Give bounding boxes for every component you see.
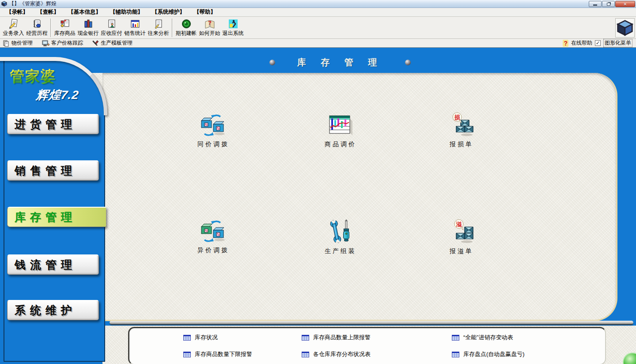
svg-text:损: 损 <box>454 114 461 121</box>
sidebar-item-cashflow[interactable]: 钱流管理 <box>7 254 99 275</box>
toolbar-sales-stats[interactable]: 销售统计 <box>123 18 147 38</box>
sales-stats-icon <box>130 19 140 29</box>
sidebar-item-maintenance[interactable]: 系统维护 <box>7 300 99 320</box>
menu-check[interactable]: 【查帐】 <box>33 8 64 17</box>
sphere-bullet-icon <box>405 60 411 65</box>
report-link-lower-limit-alert[interactable]: 库存商品数量下限报警 <box>183 350 252 358</box>
minimize-icon <box>593 4 597 6</box>
business-entry-icon <box>8 19 19 29</box>
menu-item-same-price-transfer[interactable]: 同价调拨 <box>185 113 242 148</box>
menu-bar: 【录帐】 【查帐】 【基本信息】 【辅助功能】 【系统维护】 【帮助】 <box>0 8 636 17</box>
sidebar-item-inventory[interactable]: 库存管理 <box>7 207 106 227</box>
sidebar-item-sales[interactable]: 销售管理 <box>7 160 99 181</box>
toolbar-business-history[interactable]: 经营历程 <box>25 18 49 38</box>
business-history-icon <box>32 19 42 29</box>
report-link-stock-status[interactable]: 库存状况 <box>183 334 218 341</box>
brand-version-text: 辉煌7.2 <box>35 87 80 103</box>
toolbar-separator <box>172 19 173 37</box>
reports-panel: 库存状况 库存商品数量上限报警 “全能”进销存变动表 库存商品数量下限报警 各仓… <box>128 327 606 364</box>
receivable-payable-icon <box>106 19 117 29</box>
toolbar2-production-template[interactable]: 生产模板管理 <box>92 39 132 47</box>
menu-basic-info[interactable]: 【基本信息】 <box>64 8 106 17</box>
toolbar-transactions-analysis[interactable]: 往来分析 <box>147 18 170 38</box>
main-panel <box>102 73 617 321</box>
toolbar-separator <box>50 19 51 37</box>
toolbar-how-to-start[interactable]: ? 如何开始 <box>198 18 221 38</box>
menu-aux-functions[interactable]: 【辅助功能】 <box>106 8 148 17</box>
help-question-icon: ? <box>563 40 568 47</box>
svg-text:溢: 溢 <box>456 221 462 228</box>
diff-price-transfer-icon <box>199 219 227 244</box>
close-button[interactable]: ✕ <box>615 1 635 7</box>
graphical-menu-label[interactable]: 图形化菜单 <box>603 39 632 47</box>
section-title: 库 存 管 理 <box>297 57 383 68</box>
same-price-transfer-icon <box>199 113 227 138</box>
main-toolbar: 业务录入 经营历程 库存商品 现金银行 应收应付 销售统计 往来分析 <box>0 17 636 39</box>
toolbar2-customer-price-tracking[interactable]: 客户价格跟踪 <box>42 39 83 47</box>
report-link-upper-limit-alert[interactable]: 库存商品数量上限报警 <box>302 334 371 341</box>
toolbar-cash-bank[interactable]: 现金银行 <box>76 18 100 38</box>
workspace: 库 存 管 理 管家婆 辉煌7.2 进货管理 销售管理 库存管理 钱流管理 系统… <box>0 48 636 364</box>
toolbar-business-entry[interactable]: 业务录入 <box>2 18 25 38</box>
menu-help[interactable]: 【帮助】 <box>189 8 220 17</box>
exit-system-icon <box>228 19 238 29</box>
table-icon <box>302 352 309 357</box>
toolbar2-price-management[interactable]: 物价管理 <box>3 39 33 47</box>
initial-setup-icon <box>181 19 192 29</box>
transactions-analysis-icon <box>153 19 164 29</box>
secondary-toolbar: 物价管理 客户价格跟踪 生产模板管理 ? 在线帮助 ✓ 图形化菜单 <box>0 39 636 48</box>
sidebar-item-purchase[interactable]: 进货管理 <box>7 114 99 134</box>
table-icon <box>183 352 191 357</box>
stock-goods-icon <box>60 19 70 29</box>
table-icon <box>452 335 459 341</box>
svg-text:?: ? <box>208 19 212 26</box>
damage-report-icon: 损 <box>448 111 475 138</box>
overflow-report-icon: 溢 <box>448 218 475 245</box>
section-header: 库 存 管 理 <box>247 57 433 68</box>
app-icon <box>1 1 7 7</box>
table-icon <box>183 335 191 341</box>
toolbar-stock-goods[interactable]: 库存商品 <box>53 18 76 38</box>
goods-price-adjust-icon <box>328 113 353 138</box>
report-link-stocktaking[interactable]: 库存盘点(自动盘赢盘亏) <box>452 350 525 358</box>
sphere-bullet-icon <box>269 60 275 65</box>
graphical-menu-checkbox[interactable]: ✓ <box>595 40 601 46</box>
toolbar-initial-setup[interactable]: 期初建帐 <box>174 18 198 38</box>
divider-ridge <box>110 321 633 325</box>
minimize-button[interactable] <box>589 1 602 7</box>
table-icon <box>302 335 309 341</box>
menu-record[interactable]: 【录帐】 <box>2 8 33 17</box>
cash-bank-icon <box>83 19 94 29</box>
price-management-icon <box>3 40 10 47</box>
menu-system-maintenance[interactable]: 【系统维护】 <box>148 8 189 17</box>
customer-price-tracking-icon <box>42 40 49 47</box>
menu-item-damage-report[interactable]: 损 报损单 <box>433 111 490 148</box>
restore-icon <box>607 3 610 6</box>
menu-item-production-assembly[interactable]: 生产组装 <box>312 219 369 255</box>
menu-item-overflow-report[interactable]: 溢 报溢单 <box>433 218 490 255</box>
table-icon <box>452 352 459 357</box>
toolbar-exit-system[interactable]: 退出系统 <box>221 18 245 38</box>
production-template-icon <box>92 40 99 47</box>
close-icon: ✕ <box>623 2 627 7</box>
sidebar: 管家婆 辉煌7.2 进货管理 销售管理 库存管理 钱流管理 系统维护 <box>4 60 105 362</box>
restore-button[interactable] <box>602 1 615 7</box>
brand-cube-logo <box>615 18 635 38</box>
online-help-link[interactable]: 在线帮助 <box>571 39 592 47</box>
how-to-start-icon: ? <box>204 19 215 29</box>
app-window: 【】《管家婆》辉煌 ✕ 【录帐】 【查帐】 【基本信息】 【辅助功能】 【系统维… <box>0 0 636 364</box>
menu-item-goods-price-adjust[interactable]: 商品调价 <box>312 113 369 148</box>
window-title: 【】《管家婆》辉煌 <box>9 0 57 8</box>
production-assembly-icon <box>328 219 353 245</box>
report-link-warehouse-distribution[interactable]: 各仓库库存分布状况表 <box>302 350 371 358</box>
brand-logo-text: 管家婆 <box>10 67 56 87</box>
toolbar-receivable-payable[interactable]: 应收应付 <box>100 18 123 38</box>
title-bar: 【】《管家婆》辉煌 ✕ <box>0 0 636 8</box>
report-link-all-in-one-change-table[interactable]: “全能”进销存变动表 <box>452 334 513 341</box>
cube-icon <box>617 19 633 36</box>
menu-item-diff-price-transfer[interactable]: 异价调拨 <box>185 219 242 254</box>
